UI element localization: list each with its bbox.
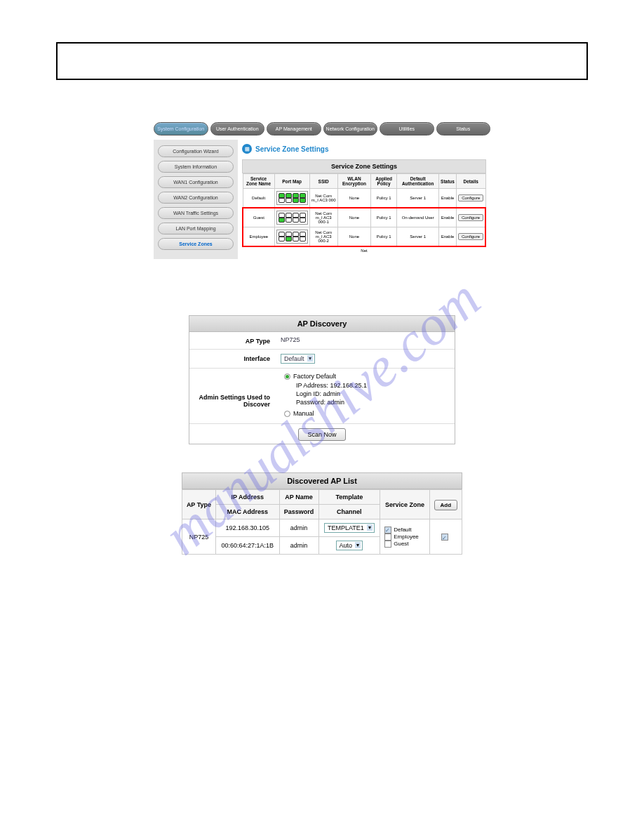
section-title: Service Zone Settings xyxy=(255,145,328,153)
nav-network-config[interactable]: Network Configuration xyxy=(323,122,378,135)
ssid-employee: Net Com m_I AC3 000-2 xyxy=(309,227,337,247)
aptype-value: NP725 xyxy=(281,336,448,343)
row-ip: 192.168.30.105 xyxy=(215,519,279,537)
col-policy: Applied Policy xyxy=(371,174,397,189)
sidebar-system-info[interactable]: System Information xyxy=(158,161,234,173)
col-wlan: WLAN Encryption xyxy=(337,174,370,189)
configure-default-button[interactable]: Configure xyxy=(458,194,483,201)
sidebar-lan-port[interactable]: LAN Port Mapping xyxy=(158,223,234,234)
configure-employee-button[interactable]: Configure xyxy=(458,233,483,240)
password-value: admin xyxy=(328,399,345,406)
portmap-default xyxy=(276,191,308,205)
status-employee: Enable xyxy=(439,227,457,247)
policy-guest: Policy 1 xyxy=(371,208,397,227)
zone-name-guest: Guest xyxy=(243,208,274,227)
settings-icon: ⊞ xyxy=(242,144,252,154)
row-apname: admin xyxy=(279,519,318,537)
col-channel: Channel xyxy=(318,505,380,519)
manual-radio[interactable] xyxy=(284,411,290,417)
col-auth: Default Authentication xyxy=(397,174,439,189)
zone-table-title: Service Zone Settings xyxy=(242,159,486,173)
interface-label: Interface xyxy=(196,354,281,362)
template-select[interactable]: TEMPLATE1 xyxy=(324,523,375,533)
sidebar-wan-traffic[interactable]: WAN Traffic Settings xyxy=(158,207,234,219)
col-name: Service Zone Name xyxy=(243,174,274,189)
sz-default-checkbox[interactable] xyxy=(384,527,391,534)
row-password: admin xyxy=(279,537,318,555)
sz-guest-checkbox[interactable] xyxy=(384,541,391,548)
zone-name-default: Default xyxy=(243,189,274,208)
sidebar-service-zones[interactable]: Service Zones xyxy=(158,238,234,250)
col-aptype: AP Type xyxy=(182,490,216,519)
wlan-guest: None xyxy=(337,208,370,227)
col-portmap: Port Map xyxy=(274,174,309,189)
sz-default-label: Default xyxy=(394,527,411,533)
col-password: Password xyxy=(279,505,318,519)
nav-status[interactable]: Status xyxy=(436,122,491,135)
configure-guest-button[interactable]: Configure xyxy=(458,214,483,221)
discovered-title: Discovered AP List xyxy=(182,472,462,489)
auth-guest: On-demand User xyxy=(397,208,439,227)
nav-system-config[interactable]: System Configuration xyxy=(154,122,208,135)
admin-settings-label: Admin Settings Used to Discover xyxy=(196,394,281,408)
factory-default-radio[interactable] xyxy=(284,373,290,380)
portmap-guest xyxy=(276,211,308,225)
aptype-label: AP Type xyxy=(196,336,281,345)
sz-employee-checkbox[interactable] xyxy=(384,534,391,541)
login-label: Login ID: xyxy=(296,390,321,397)
service-zone-screenshot: System Configuration User Authentication… xyxy=(154,122,490,259)
col-sz: Service Zone xyxy=(380,490,430,519)
sidebar-wan2[interactable]: WAN2 Configuration xyxy=(158,192,234,204)
sz-employee-label: Employee xyxy=(394,534,419,540)
policy-default: Policy 1 xyxy=(371,189,397,208)
status-default: Enable xyxy=(439,189,457,208)
wlan-employee: None xyxy=(337,227,370,247)
sz-guest-label: Guest xyxy=(394,541,408,547)
interface-select[interactable]: Default xyxy=(281,354,315,364)
add-button[interactable]: Add xyxy=(434,500,458,510)
sidebar-config-wizard[interactable]: Configuration Wizard xyxy=(158,145,234,157)
auth-default: Server 1 xyxy=(397,189,439,208)
col-status: Status xyxy=(439,174,457,189)
row-aptype: NP725 xyxy=(182,519,216,555)
scan-now-button[interactable]: Scan Now xyxy=(298,428,345,441)
col-apname: AP Name xyxy=(279,490,318,505)
highlighted-zones: Guest Net Com m_I AC3 000-1 None Policy … xyxy=(243,208,485,246)
ap-discovery-panel: AP Discovery AP Type NP725 Interface Def… xyxy=(189,315,455,444)
password-label: Password: xyxy=(296,399,326,406)
ssid-default: Net Com m_I AC3 000 xyxy=(309,189,337,208)
factory-default-label: Factory Default xyxy=(293,373,336,380)
zone-footer: Net xyxy=(242,247,486,254)
manual-label: Manual xyxy=(293,410,314,417)
wlan-default: None xyxy=(337,189,370,208)
sidebar-wan1[interactable]: WAN1 Configuration xyxy=(158,176,234,188)
portmap-employee xyxy=(276,230,308,244)
zone-name-employee: Employee xyxy=(243,227,274,247)
channel-select[interactable]: Auto xyxy=(336,541,363,550)
col-ssid: SSID xyxy=(309,174,337,189)
document-header-bar xyxy=(56,42,588,80)
discovered-ap-panel: Discovered AP List AP Type IP Address AP… xyxy=(182,472,462,555)
login-value: admin xyxy=(323,390,341,397)
add-checkbox[interactable] xyxy=(441,534,448,541)
nav-ap-management[interactable]: AP Management xyxy=(267,122,321,135)
auth-employee: Server 1 xyxy=(397,227,439,247)
col-template: Template xyxy=(318,490,380,505)
row-mac: 00:60:64:27:1A:1B xyxy=(215,537,279,555)
policy-employee: Policy 1 xyxy=(371,227,397,247)
ip-value: 192.168.25.1 xyxy=(330,382,367,389)
status-guest: Enable xyxy=(439,208,457,227)
col-details: Details xyxy=(456,174,485,189)
col-mac: MAC Address xyxy=(215,505,279,519)
ssid-guest: Net Com m_I AC3 000-1 xyxy=(309,208,337,227)
ap-discovery-title: AP Discovery xyxy=(189,316,455,332)
ip-label: IP Address: xyxy=(296,382,328,389)
col-ip: IP Address xyxy=(215,490,279,505)
nav-utilities[interactable]: Utilities xyxy=(380,122,434,135)
nav-user-auth[interactable]: User Authentication xyxy=(210,122,265,135)
